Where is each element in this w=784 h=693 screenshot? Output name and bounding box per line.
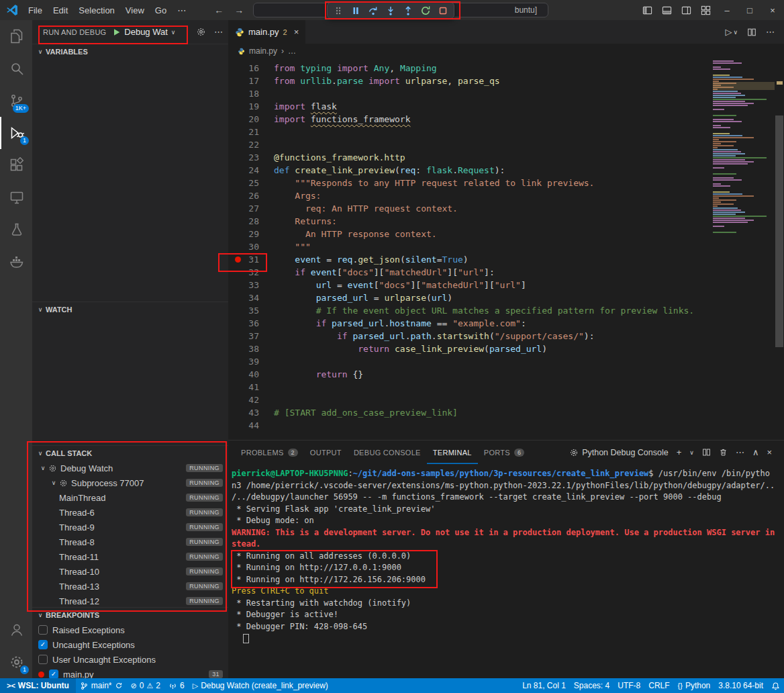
activity-testing[interactable] xyxy=(0,214,32,246)
call-stack-item[interactable]: Thread-9RUNNING xyxy=(32,520,228,535)
tab-close-icon[interactable]: × xyxy=(294,27,299,37)
gutter[interactable]: 30 xyxy=(228,240,259,253)
editor-scrollbar[interactable] xyxy=(775,58,784,440)
code-line[interactable]: 19import flask xyxy=(228,100,784,113)
call-stack-item[interactable]: Thread-13RUNNING xyxy=(32,579,228,594)
menu-edit[interactable]: Edit xyxy=(48,3,73,17)
code-line[interactable]: 39 xyxy=(228,355,784,368)
kill-terminal-icon[interactable] xyxy=(719,448,728,457)
gutter[interactable]: 34 xyxy=(228,291,259,304)
customize-layout-icon[interactable] xyxy=(696,0,716,20)
breakpoint-dot[interactable] xyxy=(235,257,241,263)
sidebar-more-icon[interactable]: ⋯ xyxy=(214,27,223,37)
gutter[interactable]: 33 xyxy=(228,279,259,291)
activity-explorer[interactable] xyxy=(0,20,32,52)
gutter[interactable]: 32 xyxy=(228,266,259,279)
code-line[interactable]: 38 return case_link_preview(parsed_url) xyxy=(228,342,784,355)
maximize-button[interactable]: □ xyxy=(738,0,761,20)
panel-more-icon[interactable]: ⋯ xyxy=(736,447,744,457)
debug-status-item[interactable]: ▷Debug Watch (create_link_preview) xyxy=(189,678,332,693)
code-line[interactable]: 34 parsed_url = urlparse(url) xyxy=(228,291,784,304)
breakpoint-row[interactable]: Raised Exceptions xyxy=(32,622,228,637)
code-line[interactable]: 32 if event["docs"]["matchedUrl"]["url"]… xyxy=(228,266,784,279)
breadcrumb-symbol[interactable]: … xyxy=(288,46,296,56)
activity-source-control[interactable]: 1K+ xyxy=(0,85,32,117)
debug-settings-gear-icon[interactable] xyxy=(196,27,206,37)
call-stack-header[interactable]: ∨ CALL STACK xyxy=(32,446,228,461)
gutter[interactable]: 39 xyxy=(228,355,259,368)
code-line[interactable]: 42 xyxy=(228,394,784,406)
code-line[interactable]: 22 xyxy=(228,138,784,151)
back-button[interactable]: ← xyxy=(214,5,224,15)
code-line[interactable]: 40 return {} xyxy=(228,368,784,381)
gutter[interactable]: 29 xyxy=(228,228,259,240)
activity-docker[interactable] xyxy=(0,246,32,278)
gutter[interactable]: 42 xyxy=(228,394,259,406)
code-line[interactable]: 20import functions_framework xyxy=(228,113,784,126)
gutter[interactable]: 20 xyxy=(228,113,259,126)
language-mode[interactable]: {}Python xyxy=(674,678,715,693)
code-line[interactable]: 33 url = event["docs"]["matchedUrl"]["ur… xyxy=(228,279,784,291)
gutter[interactable]: 26 xyxy=(228,189,259,202)
indentation[interactable]: Spaces: 4 xyxy=(570,678,614,693)
notifications-bell[interactable] xyxy=(767,678,784,693)
watch-header[interactable]: ∨ WATCH xyxy=(32,302,228,317)
gutter[interactable]: 38 xyxy=(228,342,259,355)
activity-remote-explorer[interactable] xyxy=(0,181,32,214)
sync-icon[interactable] xyxy=(115,682,123,690)
tab-main-py[interactable]: main.py 2 × xyxy=(228,20,305,44)
maximize-panel-icon[interactable]: ∧ xyxy=(752,447,759,457)
menu-overflow[interactable]: ⋯ xyxy=(172,3,191,17)
variables-header[interactable]: ∨ VARIABLES xyxy=(32,44,228,59)
split-editor-icon[interactable] xyxy=(747,28,756,37)
menu-view[interactable]: View xyxy=(120,3,150,17)
gutter[interactable]: 17 xyxy=(228,75,259,87)
step-over-button[interactable] xyxy=(364,3,382,17)
eol-sequence[interactable]: CRLF xyxy=(644,678,673,693)
gutter[interactable]: 41 xyxy=(228,381,259,394)
code-line[interactable]: 31 event = req.get_json(silent=True) xyxy=(228,253,784,266)
panel-tab-output[interactable]: OUTPUT xyxy=(304,441,348,464)
python-interpreter[interactable]: 3.8.10 64-bit xyxy=(714,678,767,693)
code-line[interactable]: 24def create_link_preview(req: flask.Req… xyxy=(228,164,784,177)
toggle-sidebar-icon[interactable] xyxy=(638,0,657,20)
checkbox[interactable] xyxy=(38,655,48,664)
code-line[interactable]: 44 xyxy=(228,419,784,432)
call-stack-item[interactable]: ∨Debug WatchRUNNING xyxy=(32,461,228,475)
forward-button[interactable]: → xyxy=(234,5,244,15)
code-line[interactable]: 43# [START add_ons_case_preview_link] xyxy=(228,406,784,419)
code-line[interactable]: 21 xyxy=(228,126,784,138)
gutter[interactable]: 24 xyxy=(228,164,259,177)
debug-config-selector[interactable]: Debug Wat ∨ xyxy=(113,27,175,37)
gutter[interactable]: 40 xyxy=(228,368,259,381)
call-stack-item[interactable]: Thread-6RUNNING xyxy=(32,505,228,520)
call-stack-item[interactable]: Thread-12RUNNING xyxy=(32,594,228,607)
code-line[interactable]: 16from typing import Any, Mapping xyxy=(228,62,784,75)
code-line[interactable]: 28 Returns: xyxy=(228,215,784,228)
code-line[interactable]: 41 xyxy=(228,381,784,394)
problems-item[interactable]: ⊘0 ⚠2 xyxy=(127,678,164,693)
checkbox[interactable]: ✓ xyxy=(38,640,48,649)
gutter[interactable]: 18 xyxy=(228,87,259,100)
menu-selection[interactable]: Selection xyxy=(73,3,119,17)
drag-handle-icon[interactable] xyxy=(330,3,347,17)
gutter[interactable]: 37 xyxy=(228,330,259,342)
new-terminal-icon[interactable]: + xyxy=(677,447,682,457)
activity-settings[interactable]: 1 xyxy=(0,646,32,678)
gutter[interactable]: 22 xyxy=(228,138,259,151)
code-line[interactable]: 36 if parsed_url.hostname == "example.co… xyxy=(228,317,784,330)
breakpoint-row[interactable]: ✓main.py31 xyxy=(32,667,228,678)
gutter[interactable]: 23 xyxy=(228,151,259,164)
gutter[interactable]: 31 xyxy=(228,253,259,266)
panel-tab-problems[interactable]: PROBLEMS2 xyxy=(235,441,304,464)
remote-indicator[interactable]: ><WSL: Ubuntu xyxy=(0,678,76,693)
breakpoint-row[interactable]: User Uncaught Exceptions xyxy=(32,652,228,667)
encoding[interactable]: UTF-8 xyxy=(614,678,644,693)
code-line[interactable]: 35 # If the event object URL matches a s… xyxy=(228,304,784,317)
call-stack-item[interactable]: ∨Subprocess 77007RUNNING xyxy=(32,475,228,490)
gutter[interactable]: 44 xyxy=(228,419,259,432)
minimap[interactable] xyxy=(713,60,775,236)
restart-button[interactable] xyxy=(417,3,434,17)
activity-search[interactable] xyxy=(0,52,32,85)
gutter[interactable]: 19 xyxy=(228,100,259,113)
